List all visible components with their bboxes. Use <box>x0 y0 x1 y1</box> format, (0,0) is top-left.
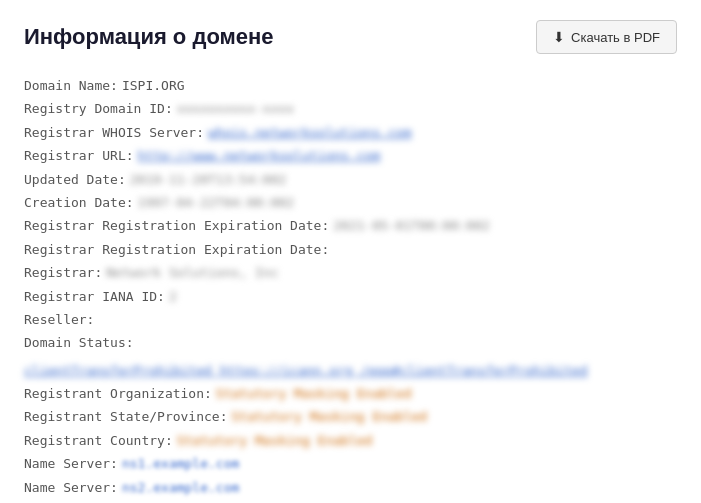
page-title: Информация о домене <box>24 24 274 50</box>
whois-row: Creation Date: 1997-04-22T04:00:002 <box>24 191 677 214</box>
field-label: Registrant State/Province: <box>24 405 228 428</box>
whois-row: Registrar Registration Expiration Date: … <box>24 214 677 237</box>
whois-row: Registrar URL: http://www.networksolutio… <box>24 144 677 167</box>
whois-row: DNSSEC: unsigned <box>24 499 677 503</box>
download-btn-label: Скачать в PDF <box>571 30 660 45</box>
page-header: Информация о домене ⬇ Скачать в PDF <box>24 20 677 54</box>
field-value: whois.networksolutions.com <box>208 121 412 144</box>
field-value: Network Solutions, Inc <box>106 261 278 284</box>
field-label: Registrar IANA ID: <box>24 285 165 308</box>
whois-row: Registrar WHOIS Server: whois.networksol… <box>24 121 677 144</box>
field-value: 1997-04-22T04:00:002 <box>138 191 295 214</box>
whois-row: Registrant Organization: Statutory Maski… <box>24 382 677 405</box>
whois-row: Registrant State/Province: Statutory Mas… <box>24 405 677 428</box>
field-value: http://www.networksolutions.com <box>138 144 381 167</box>
field-value: ns1.example.com <box>122 452 239 475</box>
whois-content: Domain Name: ISPI.ORG Registry Domain ID… <box>24 74 677 503</box>
field-label: Domain Name: <box>24 74 118 97</box>
whois-row: Updated Date: 2019-11-20T13:54:002 <box>24 168 677 191</box>
field-value: unsigned <box>83 499 146 503</box>
whois-row: Registrar IANA ID: 2 <box>24 285 677 308</box>
field-value: xxxxxxxxxx-xxxx <box>177 97 294 120</box>
field-label: Registrar URL: <box>24 144 134 167</box>
field-label: Reseller: <box>24 308 94 331</box>
whois-row: Reseller: <box>24 308 677 331</box>
field-label: Registrar: <box>24 261 102 284</box>
field-value: 2 <box>169 285 177 308</box>
field-label: Registrar Registration Expiration Date: <box>24 238 329 261</box>
field-value: Statutory Masking Enabled <box>177 429 373 452</box>
field-label: Registrar Registration Expiration Date: <box>24 214 329 237</box>
field-label: Registrar WHOIS Server: <box>24 121 204 144</box>
download-icon: ⬇ <box>553 29 565 45</box>
field-value: ns2.example.com <box>122 476 239 499</box>
whois-row: Registrar Registration Expiration Date: <box>24 238 677 261</box>
whois-row: Registry Domain ID: xxxxxxxxxx-xxxx <box>24 97 677 120</box>
field-value: ISPI.ORG <box>122 74 185 97</box>
field-label: Name Server: <box>24 452 118 475</box>
whois-row: Domain Status: clientTransferProhibited … <box>24 331 677 382</box>
field-label: Registrant Country: <box>24 429 173 452</box>
download-pdf-button[interactable]: ⬇ Скачать в PDF <box>536 20 677 54</box>
whois-row: Domain Name: ISPI.ORG <box>24 74 677 97</box>
field-value: 2021-05-01T00:00:002 <box>333 214 490 237</box>
field-label: Registry Domain ID: <box>24 97 173 120</box>
whois-row: Name Server: ns2.example.com <box>24 476 677 499</box>
field-label: Registrant Organization: <box>24 382 212 405</box>
field-label: DNSSEC: <box>24 499 79 503</box>
field-value: Statutory Masking Enabled <box>232 405 428 428</box>
field-value: Statutory Masking Enabled <box>216 382 412 405</box>
whois-row: Registrant Country: Statutory Masking En… <box>24 429 677 452</box>
field-value: clientTransferProhibited https://icann.o… <box>24 359 588 382</box>
whois-row: Name Server: ns1.example.com <box>24 452 677 475</box>
field-label: Name Server: <box>24 476 118 499</box>
field-label: Updated Date: <box>24 168 126 191</box>
field-label: Domain Status: <box>24 331 134 354</box>
field-label: Creation Date: <box>24 191 134 214</box>
field-value: 2019-11-20T13:54:002 <box>130 168 287 191</box>
whois-row: Registrar: Network Solutions, Inc <box>24 261 677 284</box>
